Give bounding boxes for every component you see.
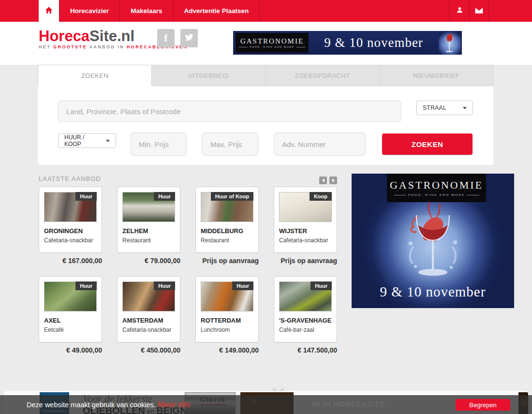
logo-tagline-part: AANBOD IN [89,44,127,49]
listing-badge: Koop [310,192,332,201]
cookie-message: Deze website maakt gebruik van cookies. [27,401,156,409]
side-ad-brand: GASTRONOMIE [390,179,483,192]
tab-nieuwsbrief[interactable]: NIEUWSBRIEF [380,65,493,86]
listing-type: Cafetaria-snackbar [44,237,97,244]
straal-label: STRAAL [423,104,446,111]
nav-item-advertentie-plaatsen[interactable]: Advertentie Plaatsen [174,0,260,22]
listing-city: MIDDELBURG [201,227,253,235]
max-price-input[interactable] [202,133,258,156]
cookie-accept-button[interactable]: Begrepen [456,399,510,411]
search-submit-button[interactable]: ZOEKEN [382,133,473,155]
huur-koop-dropdown[interactable]: HUUR / KOOP [58,133,116,148]
nav-right-icons [449,0,489,22]
listing-price: € 49.000,00 [39,346,102,354]
latest-offers-title: LAATSTE AANBOD [39,175,101,182]
listing-price: Prijs op aanvraag [274,257,337,265]
arrow-left-icon [322,178,325,182]
search-tabs: ZOEKENUITGEBREIDZOEKOPDRACHTNIEUWSBRIEF [38,65,493,86]
cookie-bar: Deze website maakt gebruik van cookies. … [0,395,532,414]
tab-uitgebreid[interactable]: UITGEBREID [152,65,266,86]
banner-date: 9 & 10 november [309,35,439,50]
min-price-input[interactable] [131,133,187,156]
facebook-button[interactable]: f [157,29,175,47]
listing-card-middelburg[interactable]: Huur of Koop MIDDELBURG Restaurant [195,187,259,253]
contact-mail-button[interactable] [469,0,489,22]
listing-price: € 167.000,00 [39,257,102,265]
listing-card-s-gravenhage[interactable]: Huur 'S-GRAVENHAGE Café-bar-zaal [274,276,337,342]
side-ad-brand-box: GASTRONOMIE FOOD, WINE AND MORE [387,174,486,202]
listing-cell: Huur AMSTERDAM Cafetaria-snackbar € 450.… [117,276,180,354]
listing-type: Lunchroom [201,326,253,333]
twitter-button[interactable] [180,29,198,47]
gastronomie-side-ad[interactable]: GASTRONOMIE FOOD, WINE AND MORE 9 & [352,174,514,308]
nav-item-makelaars[interactable]: Makelaars [120,0,173,22]
listing-badge: Huur of Koop [211,192,253,201]
side-ad-brand-sub: FOOD, WINE AND MORE [394,193,479,197]
user-account-button[interactable] [449,0,469,22]
listing-type: Restaurant [122,237,175,244]
arrow-right-icon [332,178,335,182]
page: HorecavizierMakelaarsAdvertentie Plaatse… [0,0,532,414]
listing-badge: Huur [75,192,97,201]
listing-type: Eetcafé [44,326,97,333]
listing-badge: Huur [310,281,332,290]
logo-tagline-part: GROOTSTE [53,44,89,49]
tab-zoeken[interactable]: ZOEKEN [38,65,152,86]
listing-city: GRONINGEN [44,227,97,235]
listing-type: Restaurant [201,237,253,244]
listing-card-amsterdam[interactable]: Huur AMSTERDAM Cafetaria-snackbar [117,276,180,342]
listing-badge: Huur [232,281,253,290]
listing-cell: Koop WIJSTER Cafetaria-snackbar Prijs op… [274,187,337,265]
listing-cell: Huur 'S-GRAVENHAGE Café-bar-zaal € 147.5… [274,276,337,354]
user-icon [456,6,463,15]
facebook-icon: f [164,32,167,44]
banner-brand: GASTRONOMIE [240,37,304,45]
search-panel: STRAAL HUUR / KOOP ZOEKEN [38,86,493,165]
site-header: HorecaSite.nl HET GROOTSTE AANBOD IN HOR… [0,22,532,65]
listing-price: € 450.000,00 [117,346,180,354]
tab-zoekopdracht[interactable]: ZOEKOPDRACHT [266,65,380,86]
wine-glass-graphic-small [439,31,461,55]
listing-price: Prijs op aanvraag [195,257,259,265]
location-input[interactable] [58,101,401,122]
wine-glass-graphic [399,202,467,286]
listings-grid: Huur GRONINGEN Cafetaria-snackbar € 167.… [39,187,339,354]
listing-city: WIJSTER [279,227,332,235]
listing-badge: Huur [75,281,97,290]
listing-cell: Huur of Koop MIDDELBURG Restaurant Prijs… [195,187,259,265]
listing-card-wijster[interactable]: Koop WIJSTER Cafetaria-snackbar [274,187,337,253]
cookie-more-info-link[interactable]: Meer info [158,400,191,409]
mijn-horecasite-heading: MIJN HORECASITE [312,400,385,408]
home-icon [44,6,53,16]
nav-item-horecavizier[interactable]: Horecavizier [59,0,120,22]
listing-card-axel[interactable]: Huur AXEL Eetcafé [39,276,102,342]
listing-type: Cafetaria-snackbar [122,326,175,333]
nav-home-button[interactable] [39,0,59,22]
listing-card-groningen[interactable]: Huur GRONINGEN Cafetaria-snackbar [39,187,102,253]
listing-badge: Huur [154,192,175,201]
listing-card-rotterdam[interactable]: Huur ROTTERDAM Lunchroom [195,276,259,342]
listing-city: AMSTERDAM [122,317,175,324]
twitter-icon [184,32,194,44]
listing-card-zelhem[interactable]: Huur ZELHEM Restaurant [117,187,180,253]
social-links: f [157,29,198,47]
listing-city: ROTTERDAM [201,317,253,324]
listing-cell: Huur AXEL Eetcafé € 49.000,00 [39,276,102,354]
listing-price: € 147.500,00 [274,346,337,354]
listing-cell: Huur GRONINGEN Cafetaria-snackbar € 167.… [39,187,102,265]
ad-number-input[interactable] [274,133,366,156]
banner-brand-box: GASTRONOMIE FOOD, WINE AND MORE [236,33,309,53]
listing-city: ZELHEM [122,227,175,235]
listing-price: € 149.000,00 [195,346,259,354]
carousel-next-button[interactable] [329,177,337,184]
listing-city: AXEL [44,317,97,324]
listing-type: Café-bar-zaal [279,326,332,333]
gastronomie-top-banner[interactable]: GASTRONOMIE FOOD, WINE AND MORE 9 & 10 n… [233,31,462,55]
huur-koop-label: HUUR / KOOP [64,134,102,148]
listing-cell: Huur ZELHEM Restaurant € 79.000,00 [117,187,180,265]
listing-price: € 79.000,00 [117,257,180,265]
carousel-prev-button[interactable] [319,177,327,184]
straal-dropdown[interactable]: STRAAL [416,101,473,115]
nav-items: HorecavizierMakelaarsAdvertentie Plaatse… [59,0,260,22]
banner-brand-sub: FOOD, WINE AND MORE [239,45,305,48]
